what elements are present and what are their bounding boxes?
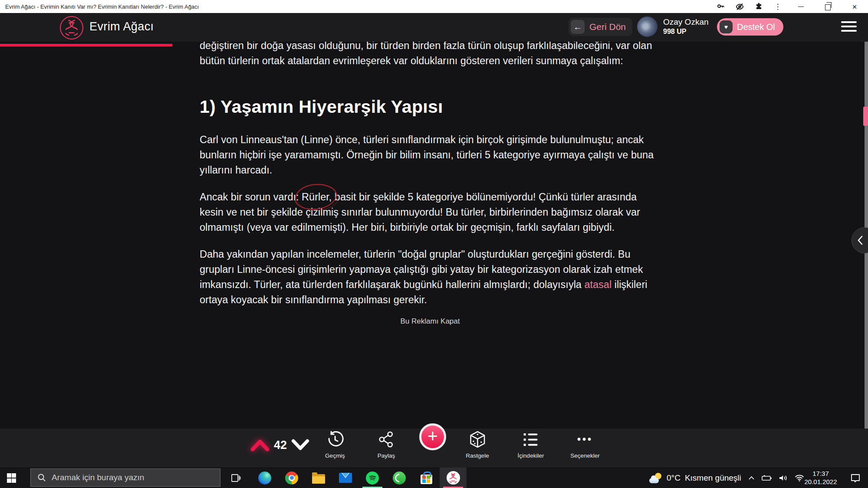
support-button-label: Destek Ol <box>737 22 775 32</box>
file-explorer-icon <box>312 474 325 484</box>
options-button[interactable]: ••• Seçenekler <box>570 430 600 459</box>
close-ad-link[interactable]: Bu Reklamı Kapat <box>200 314 661 329</box>
volume-icon[interactable] <box>779 475 788 481</box>
search-placeholder: Aramak için buraya yazın <box>52 473 144 482</box>
back-button-label: Geri Dön <box>589 22 626 32</box>
extensions-puzzle-icon[interactable] <box>749 0 768 13</box>
share-icon <box>378 430 395 449</box>
weather-condition: Kısmen güneşli <box>685 473 741 483</box>
close-button[interactable]: × <box>841 0 868 13</box>
chrome-icon <box>285 472 298 485</box>
minimize-button[interactable] <box>787 0 814 13</box>
taskbar-app-whatsapp[interactable] <box>386 468 413 488</box>
taskbar-app-chrome[interactable] <box>278 468 305 488</box>
mail-icon <box>339 473 352 483</box>
tool-label: Geçmiş <box>325 452 345 459</box>
options-ellipsis-icon: ••• <box>577 430 593 449</box>
user-info[interactable]: Ozay Ozkan 998 UP <box>663 17 709 36</box>
chevron-left-icon <box>856 235 865 246</box>
support-button[interactable]: ♥ Destek Ol <box>717 18 783 36</box>
weather-temperature: 0°C <box>667 473 681 483</box>
article-paragraph: değiştiren bir doğa yasası olduğunu, bir… <box>200 38 661 69</box>
notification-icon <box>850 473 861 483</box>
user-points-badge: 998 UP <box>663 27 709 36</box>
hamburger-menu-icon[interactable] <box>841 21 857 32</box>
article-paragraph: Carl von Linneaus'tan (Linne) önce, türl… <box>200 132 661 178</box>
tool-label: Rastgele <box>466 452 489 459</box>
task-view-button[interactable] <box>225 468 247 488</box>
plus-icon: + <box>427 427 437 445</box>
hand-heart-icon: ♥ <box>724 24 728 30</box>
share-button[interactable]: Paylaş <box>378 430 395 459</box>
taskbar-search-input[interactable]: Aramak için buraya yazın <box>30 468 220 487</box>
clock-date: 20.01.2022 <box>801 478 841 486</box>
back-button[interactable]: ← Geri Dön <box>569 18 632 36</box>
restore-button[interactable] <box>814 0 841 13</box>
eye-off-icon[interactable] <box>730 0 749 13</box>
taskbar-apps <box>251 468 467 488</box>
action-center-button[interactable] <box>845 468 866 488</box>
microsoft-store-icon <box>421 475 432 484</box>
downvote-icon[interactable] <box>291 438 310 452</box>
taskbar-app-mail[interactable] <box>332 468 359 488</box>
search-icon <box>37 473 46 482</box>
dna-icon <box>66 20 78 36</box>
start-button[interactable] <box>0 468 23 488</box>
vote-count: 42 <box>274 439 287 452</box>
taskbar-app-spotify[interactable] <box>359 468 386 488</box>
tool-label: Paylaş <box>378 452 395 459</box>
window-title: Evrim Ağacı - Evrimin Kanıtı Var mı? Evr… <box>0 3 199 10</box>
red-circle-annotation: Rürler, <box>302 190 332 205</box>
contents-list-icon <box>522 430 539 449</box>
edge-icon <box>258 472 271 485</box>
battery-charging-icon[interactable] <box>761 475 772 481</box>
taskbar-weather-widget[interactable]: 0°C Kısmen güneşli <box>649 468 741 488</box>
vote-widget: 42 <box>250 438 310 452</box>
section-heading: 1) Yaşamın Hiyerarşik Yapısı <box>200 96 661 117</box>
paragraph-text: Daha yakından yapılan incelemeler, türle… <box>200 249 643 290</box>
upvote-icon[interactable] <box>250 438 270 452</box>
taskbar-app-microsoft-store[interactable] <box>413 468 440 488</box>
back-arrow-icon: ← <box>573 22 582 32</box>
taskbar-app-evrim-agaci[interactable] <box>440 468 467 488</box>
article-paragraph: Ancak bir sorun vardı: Rürler, basit bir… <box>200 190 661 235</box>
create-plus-button[interactable]: + <box>419 423 446 450</box>
partly-sunny-icon <box>649 472 662 484</box>
evrim-agaci-logo[interactable] <box>60 16 83 39</box>
random-cube-icon <box>469 430 486 449</box>
tool-label: İçindekiler <box>518 452 544 459</box>
taskbar-app-edge[interactable] <box>251 468 278 488</box>
tray-overflow-chevron-icon[interactable] <box>748 476 755 480</box>
taskbar-app-file-explorer[interactable] <box>305 468 332 488</box>
taskbar-clock[interactable]: 17:37 20.01.2022 <box>801 469 841 486</box>
browser-menu-kebab-icon[interactable]: ⋮ <box>768 0 787 13</box>
history-button[interactable]: Geçmiş <box>325 430 345 459</box>
article-body: değiştiren bir doğa yasası olduğunu, bir… <box>200 38 661 329</box>
system-tray <box>748 468 804 488</box>
minimize-icon <box>798 7 804 7</box>
side-panel-toggle-button[interactable] <box>852 227 868 253</box>
window-titlebar: Evrim Ağacı - Evrimin Kanıtı Var mı? Evr… <box>0 0 868 13</box>
spotify-icon <box>366 472 379 485</box>
brand-title[interactable]: Evrim Ağacı <box>89 20 154 33</box>
password-key-icon[interactable] <box>711 0 730 13</box>
article-paragraph: Daha yakından yapılan incelemeler, türle… <box>200 247 661 308</box>
evrim-agaci-app-icon <box>447 471 460 485</box>
table-of-contents-button[interactable]: İçindekiler <box>518 430 544 459</box>
user-avatar[interactable] <box>637 16 658 37</box>
whatsapp-icon <box>393 472 406 485</box>
scrollbar-thumb[interactable] <box>863 107 868 126</box>
task-view-icon <box>230 474 241 482</box>
site-header: Evrim Ağacı ← Geri Dön Ozay Ozkan 998 UP… <box>0 13 868 42</box>
user-name: Ozay Ozkan <box>663 17 709 27</box>
windows-logo-icon <box>7 473 16 482</box>
random-article-button[interactable]: Rastgele <box>466 430 489 459</box>
tool-label: Seçenekler <box>570 452 600 459</box>
reading-progress-bar <box>0 44 172 46</box>
paragraph-text: Ancak bir sorun vardı: <box>200 191 302 203</box>
atasal-link[interactable]: atasal <box>584 279 612 290</box>
restore-icon <box>825 4 831 10</box>
history-icon <box>326 430 344 449</box>
clock-time: 17:37 <box>801 469 841 478</box>
